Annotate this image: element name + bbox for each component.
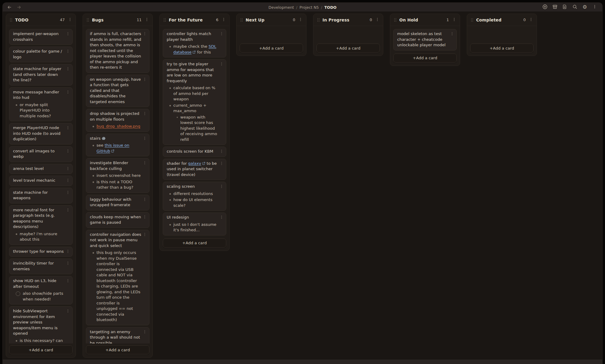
card[interactable]: state machine for weapons	[9, 188, 73, 203]
card-link[interactable]: galaxy	[188, 161, 201, 166]
card[interactable]: move message handler into hudor maybe sp…	[9, 87, 73, 122]
card-menu-button[interactable]	[65, 49, 70, 55]
add-card-button[interactable]: +Add a card	[316, 44, 380, 53]
card[interactable]: controller navigation does not work in p…	[86, 230, 149, 325]
card[interactable]: merge PlayerHUD node into HUD node (to a…	[9, 123, 73, 145]
archive-button[interactable]	[551, 3, 559, 11]
document-button[interactable]	[561, 3, 569, 11]
card[interactable]: investigate Blender backface cullinginse…	[86, 158, 149, 193]
more-menu-button[interactable]	[591, 3, 599, 11]
card-menu-button[interactable]	[65, 31, 70, 37]
card-menu-button[interactable]	[65, 308, 70, 314]
card-bullets: see this issue on GitHub	[90, 143, 141, 154]
card[interactable]: stairssee this issue on GitHub	[86, 134, 149, 157]
column-menu-button[interactable]	[528, 17, 534, 23]
add-card-button[interactable]: +Add a card	[163, 239, 226, 248]
column-menu-button[interactable]	[221, 17, 226, 23]
kebab-icon	[66, 279, 70, 284]
checkbox-circle-icon[interactable]	[16, 291, 20, 296]
settings-button[interactable]: ⚙	[581, 3, 589, 11]
card-menu-button[interactable]	[219, 149, 224, 155]
card-menu-button[interactable]	[219, 184, 224, 190]
breadcrumb-item-project[interactable]: Project N5	[299, 5, 319, 9]
breadcrumb-item-development[interactable]: Development	[269, 5, 294, 9]
drag-handle-icon[interactable]	[87, 18, 89, 22]
card[interactable]: controls screen for KBM	[163, 147, 226, 157]
add-card-button[interactable]: +Add a card	[86, 345, 149, 354]
card-menu-button[interactable]	[65, 166, 70, 172]
column-menu-button[interactable]	[67, 17, 73, 23]
card-menu-button[interactable]	[142, 111, 147, 117]
card-menu-button[interactable]	[65, 190, 70, 196]
card[interactable]: arena test level	[9, 164, 73, 174]
card-menu-button[interactable]	[219, 61, 224, 67]
add-card-button[interactable]: +Add a card	[470, 44, 534, 53]
add-card-button[interactable]: +Add a card	[9, 345, 73, 354]
drag-handle-icon[interactable]	[10, 18, 12, 22]
card[interactable]: level travel mechanic	[9, 176, 73, 186]
card-menu-button[interactable]	[65, 278, 70, 284]
search-button[interactable]	[571, 3, 579, 11]
card-menu-button[interactable]	[65, 261, 70, 267]
card-menu-button[interactable]	[142, 214, 147, 220]
card-menu-button[interactable]	[142, 77, 147, 83]
card-menu-button[interactable]	[142, 197, 147, 203]
card[interactable]: shader for galaxy to be used in planet s…	[163, 159, 226, 180]
card[interactable]: implement per-weapon crosshairs	[9, 29, 73, 45]
card-menu-button[interactable]	[450, 31, 455, 37]
drag-handle-icon[interactable]	[240, 18, 243, 22]
card[interactable]: UI redesignjust so I don't assume it's f…	[163, 213, 226, 236]
card-menu-button[interactable]	[142, 232, 147, 238]
drag-handle-icon[interactable]	[317, 18, 320, 22]
card-text: is this not a TODO rather than a bug?	[96, 180, 133, 190]
card[interactable]: if ammo is full, characters stands in am…	[86, 29, 149, 73]
card-menu-button[interactable]	[65, 125, 70, 131]
drag-handle-icon[interactable]	[394, 18, 397, 22]
card-menu-button[interactable]	[65, 148, 70, 154]
card[interactable]: drop shadow is projected on multiple flo…	[86, 109, 149, 132]
drag-handle-icon[interactable]	[163, 18, 166, 22]
card-menu-button[interactable]	[142, 31, 147, 37]
column-menu-button[interactable]	[298, 17, 303, 23]
card[interactable]: convert all images to webp	[9, 146, 73, 162]
card-menu-button[interactable]	[65, 66, 70, 72]
card[interactable]: on weapon unequip, have a function that …	[86, 75, 149, 107]
card[interactable]: more neutral font for paragraph texts (e…	[9, 205, 73, 245]
card-menu-button[interactable]	[219, 161, 224, 167]
add-card-button[interactable]: +Add a card	[240, 44, 303, 53]
drag-handle-icon[interactable]	[471, 18, 473, 22]
column-menu-button[interactable]	[144, 17, 149, 23]
column-menu-button[interactable]	[452, 17, 457, 23]
card-link[interactable]: bug_drop_shadow.png	[96, 124, 140, 128]
card[interactable]: thrower type for weapons	[9, 247, 73, 257]
card[interactable]: state machine for player (and others lat…	[9, 64, 73, 86]
add-card-button[interactable]: +Add a card	[393, 54, 457, 63]
card[interactable]: hide SubViewport environment for item pr…	[9, 306, 73, 343]
add-card-wrap: +Add a card	[83, 343, 152, 357]
card-menu-button[interactable]	[142, 329, 147, 335]
card[interactable]: show HUD on L3, hide after timeoutalso s…	[9, 276, 73, 304]
column-menu-button[interactable]	[375, 17, 380, 23]
card-menu-button[interactable]	[65, 249, 70, 255]
card[interactable]: clouds keep moving when game is paused	[86, 212, 149, 228]
card-menu-button[interactable]	[65, 178, 70, 184]
card-menu-button[interactable]	[142, 160, 147, 166]
card-menu-button[interactable]	[65, 89, 70, 96]
card[interactable]: targetting an enemy through a wall shoul…	[86, 327, 149, 344]
card[interactable]: invincibility timer for enemies	[9, 258, 73, 274]
card[interactable]: scaling screendifferent resolutionshow d…	[163, 182, 226, 211]
plus-circle-button[interactable]	[541, 3, 549, 11]
forward-arrow-icon[interactable]	[16, 4, 22, 10]
add-card-wrap: +Add a card	[313, 42, 383, 56]
card[interactable]: colour palette for game / logo	[9, 47, 73, 62]
kebab-icon	[452, 18, 456, 22]
card-menu-button[interactable]	[142, 136, 147, 142]
card[interactable]: controller lights match player healthmay…	[163, 29, 226, 57]
card[interactable]: model skeleton as test character + cheat…	[393, 29, 457, 50]
back-arrow-icon[interactable]	[6, 4, 12, 10]
card-menu-button[interactable]	[219, 31, 224, 37]
card[interactable]: laggy behaviour with uncapped framerate	[86, 195, 149, 210]
card-menu-button[interactable]	[65, 207, 70, 213]
card[interactable]: try to give the player ammo for weapons …	[163, 59, 226, 145]
card-menu-button[interactable]	[219, 215, 224, 221]
